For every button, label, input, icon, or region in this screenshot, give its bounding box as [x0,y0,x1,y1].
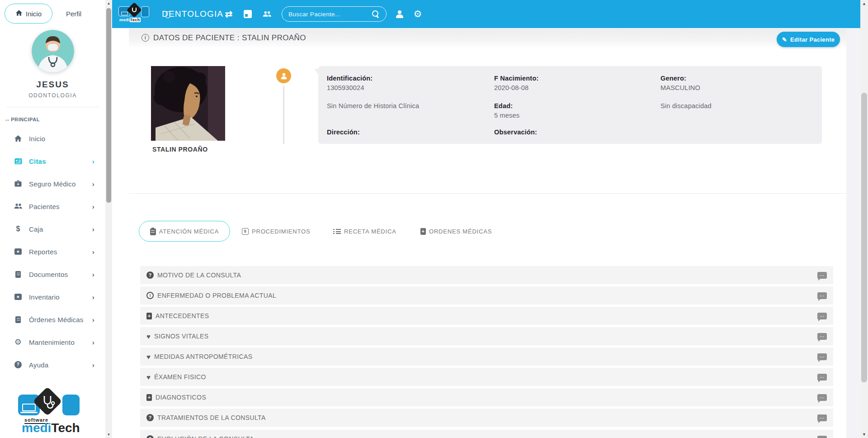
gear-icon[interactable]: ⚙ [412,0,424,28]
sidebar-item-mantenimiento[interactable]: ⚙ Mantenimiento › [0,331,105,353]
pencil-icon: ✎ [782,36,787,43]
exclamation-icon: ! [146,292,154,299]
accordion-medidas-antropometricas[interactable]: ♥ MEDIDAS ANTROPOMÉTRICAS ... [140,348,833,366]
field-value: Sin discapacidad [660,101,712,111]
page-title: DATOS DE PACIENTE : STALIN PROAÑO [153,33,306,43]
scroll-down-icon[interactable]: ▼ [860,432,868,437]
chevron-right-icon: › [92,225,94,233]
field-label: Observación: [494,128,538,137]
chevron-right-icon: › [92,203,94,210]
sidebar-item-documentos[interactable]: Documentos › [0,263,105,286]
heart-icon: ♥ [146,353,151,360]
tab-ordenes-medicas[interactable]: + ORDENES MÉDICAS [420,221,492,242]
timeline-line [283,86,284,144]
chevron-right-icon: › [92,248,94,256]
info-col-2: F Nacimiento: 2020-08-08 Edad: 5 meses O… [494,74,538,137]
meditech-logo: software mediTech [18,390,86,434]
edit-patient-button[interactable]: ✎ Editar Paciente [777,32,840,47]
home-icon [14,134,23,143]
home-icon [15,10,23,18]
comment-icon[interactable]: ... [817,313,827,319]
patient-photo [151,66,225,141]
sidebar-scrollbar[interactable]: ▲ ▼ [105,0,112,438]
patient-info-panel: Identificación: 1305930024 Sin Número de… [318,66,822,144]
accordion-antecedentes[interactable]: + ANTECEDENTES ... [140,307,833,325]
user-name: JESUS [0,80,105,90]
search-icon[interactable] [372,10,380,18]
page-scrollbar-thumb[interactable] [861,93,867,382]
user-role: ODONTOLOGIA [0,92,105,99]
field-value: Sin Número de Historia Clínica [327,101,419,111]
scroll-down-icon[interactable]: ▼ [105,433,112,437]
numbered-list-icon [333,229,341,234]
accordion-signos-vitales[interactable]: ♥ SIGNOS VITALES ... [140,327,833,345]
chevron-right-icon: › [92,157,94,165]
scroll-up-icon[interactable]: ▲ [105,1,112,5]
sidebar-item-inventario[interactable]: ★ Inventario › [0,286,105,308]
comment-icon[interactable]: ... [817,394,827,401]
sidebar-item-caja[interactable]: $ Caja › [0,218,105,240]
user-icon[interactable] [394,0,405,28]
tab-receta-medica[interactable]: RECETA MÉDICA [333,221,396,242]
sidebar-tab-inicio[interactable]: Inicio [5,4,52,24]
sidebar-item-ordenes-medicas[interactable]: Órdenes Médicas › [0,308,105,331]
comment-icon[interactable]: ... [817,436,827,438]
help-icon: ? [14,360,23,369]
search-input[interactable] [288,11,372,18]
sidebar-section-label: -- PRINCIPAL [5,117,40,122]
info-col-3: Genero: MASCULINO Sin discapacidad [660,74,712,111]
comment-icon[interactable]: ... [817,353,827,360]
accordion-evolucion-consulta[interactable]: ? EVOLUCIÓN DE LA CONSULTA ... [140,430,833,438]
dollar-icon: $ [14,224,23,233]
app-title: DENTOLOGIA [162,0,223,28]
heart-icon: ♥ [146,333,151,340]
meditech-logo-small: mediTech [118,4,159,24]
document-plus-icon: + [420,228,426,235]
sidebar-item-ayuda[interactable]: ? Ayuda › [0,353,105,376]
comment-icon[interactable]: ... [817,374,827,381]
chevron-right-icon: › [92,180,94,188]
record-tabs: ATENCIÓN MÉDICA $ PROCEDIMIENTOS RECETA … [112,221,860,242]
accordion-diagnosticos[interactable]: + DIAGNOSTICOS ... [140,388,833,406]
sidebar-item-citas[interactable]: Citas › [0,150,105,172]
tab-procedimientos[interactable]: $ PROCEDIMIENTOS [242,221,310,242]
money-card-icon: $ [242,228,249,235]
page-scrollbar[interactable]: ▲ ▼ [860,0,868,438]
field-value: 5 meses [494,111,538,120]
comment-icon[interactable]: ... [817,333,827,340]
sidebar-scrollbar-thumb[interactable] [106,8,111,203]
field-label: Identificación: [327,74,419,83]
comment-icon[interactable]: ... [817,272,827,279]
document-plus-icon: + [146,313,152,319]
sidebar-item-inicio[interactable]: Inicio [0,127,105,150]
comment-icon[interactable]: ... [817,414,827,421]
scroll-up-icon[interactable]: ▲ [860,1,868,6]
swap-icon[interactable]: ⇄ [223,0,234,28]
sidebar-item-reportes[interactable]: ★ Reportes › [0,240,105,263]
people-icon [14,202,23,211]
document-icon [14,270,23,279]
people-icon[interactable] [261,0,273,28]
sidebar-nav: Inicio Citas › Seguro Médico › [0,127,105,376]
comment-icon[interactable]: ... [817,292,827,299]
sidebar-tab-perfil[interactable]: Perfil [58,4,90,24]
sidebar-item-pacientes[interactable]: Pacientes › [0,195,105,218]
accordion-enfermedad-actual[interactable]: ! ENFERMEDAD O PROBLEMA ACTUAL ... [140,286,833,305]
accordion-tratamientos-consulta[interactable]: ? TRATAMIENTOS DE LA CONSULTA ... [140,409,833,427]
accordion-examen-fisico[interactable]: ♥ ÉXAMEN FISICO ... [140,368,833,386]
clipboard-icon [150,229,156,235]
field-value: 2020-08-08 [494,83,538,93]
page-header: i DATOS DE PACIENTE : STALIN PROAÑO [129,29,846,47]
accordion-motivo-consulta[interactable]: ? MOTIVO DE LA CONSULTA ... [140,266,833,284]
heart-icon: ♥ [146,374,151,381]
document-icon [14,315,23,324]
sidebar-item-seguro-medico[interactable]: Seguro Médico › [0,172,105,195]
field-label: F Nacimiento: [494,74,538,83]
sidebar-tab-inicio-label: Inicio [26,10,42,18]
info-icon: i [142,34,149,42]
star-box-icon: ★ [14,292,23,301]
question-icon: ? [146,435,154,438]
tab-atencion-medica[interactable]: ATENCIÓN MÉDICA [139,221,230,242]
app-window: Inicio Perfil JESUS ODONTOLOGIA [0,0,868,438]
calendar-icon[interactable] [242,0,253,28]
